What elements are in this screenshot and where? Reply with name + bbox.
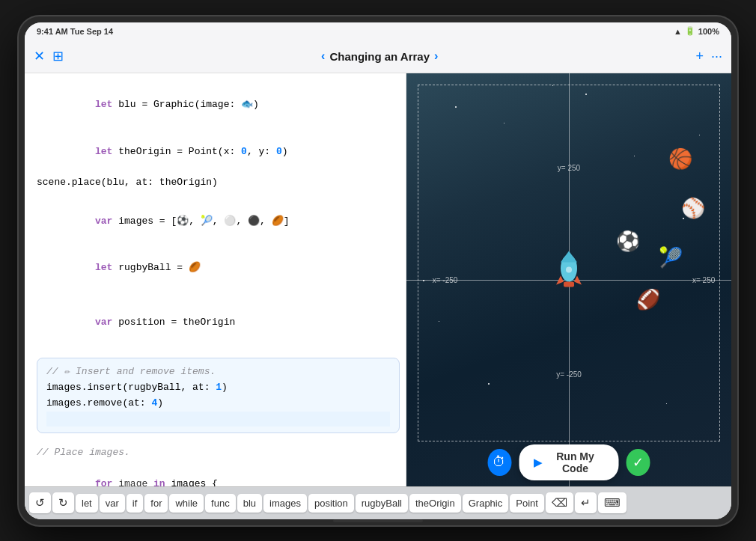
battery-icon: 🔋 <box>685 26 695 36</box>
code-for-header: for image in images { <box>37 461 400 486</box>
keyword-while[interactable]: while <box>169 494 204 513</box>
svg-rect-5 <box>564 282 574 287</box>
sidebar-button[interactable]: ⊞ <box>52 48 64 64</box>
status-bar: 9:41 AM Tue Sep 14 ▲ 🔋 100% <box>25 22 731 40</box>
x-negative-label: x= -250 <box>433 275 458 284</box>
keyword-graphic[interactable]: Graphic <box>463 494 509 513</box>
nav-bar: ✕ ⊞ ‹ Changing an Array › + ··· <box>25 40 731 73</box>
delete-button[interactable]: ⌫ <box>546 492 573 513</box>
ipad-frame: 9:41 AM Tue Sep 14 ▲ 🔋 100% ✕ ⊞ ‹ Changi… <box>19 16 737 525</box>
run-code-button[interactable]: ▶ Run My Code <box>519 444 619 480</box>
redo-button[interactable]: ↻ <box>52 492 74 513</box>
battery-level: 100% <box>698 27 719 36</box>
svg-marker-3 <box>574 276 582 285</box>
undo-button[interactable]: ↺ <box>29 492 51 513</box>
y-positive-label: y= 250 <box>558 164 580 172</box>
x-positive-label: x= 250 <box>692 275 715 284</box>
preview-panel: y= 250 y= -250 x= -250 x= 250 🏀 ⚾ 🎾 ⚽ 🏈 <box>406 73 731 486</box>
svg-marker-1 <box>561 251 577 263</box>
nav-right: + ··· <box>695 49 722 64</box>
keyword-blu[interactable]: blu <box>237 494 262 513</box>
nav-center: ‹ Changing an Array › <box>321 49 438 63</box>
svg-point-4 <box>566 267 572 273</box>
keyword-if[interactable]: if <box>126 494 144 513</box>
code-panel[interactable]: let blu = Graphic(image: 🐟) let theOrigi… <box>25 73 406 486</box>
basketball-emoji: 🏀 <box>668 147 692 171</box>
ipad-screen: 9:41 AM Tue Sep 14 ▲ 🔋 100% ✕ ⊞ ‹ Changi… <box>25 22 731 519</box>
tennis-emoji: 🎾 <box>659 246 683 269</box>
baseball-emoji: ⚾ <box>681 197 705 220</box>
keyboard-hide-button[interactable]: ⌨ <box>598 492 627 513</box>
play-icon: ▶ <box>534 456 542 468</box>
main-content: let blu = Graphic(image: 🐟) let theOrigi… <box>25 73 731 486</box>
code-insert: images.insert(rugbyBall, at: 1) <box>46 380 390 396</box>
code-line-6: var position = theOrigin <box>37 299 400 346</box>
y-negative-label: y= -250 <box>556 370 582 379</box>
keyword-for[interactable]: for <box>144 494 168 513</box>
code-line-4: var images = [⚽, 🎾, ⚪, ⚫, 🏉] <box>37 198 400 245</box>
code-remove: images.remove(at: 4) <box>46 396 390 412</box>
rugby-emoji: 🏈 <box>636 288 660 311</box>
nav-left: ✕ ⊞ <box>34 48 64 64</box>
rocket <box>555 249 583 293</box>
comment-place: // Place images. <box>37 445 400 461</box>
keyword-func[interactable]: func <box>205 494 236 513</box>
code-line-1: let blu = Graphic(image: 🐟) <box>37 82 400 129</box>
keyword-images[interactable]: images <box>263 494 307 513</box>
add-button[interactable]: + <box>695 49 704 64</box>
code-line-3: scene.place(blu, at: theOrigin) <box>37 175 400 191</box>
status-right: ▲ 🔋 100% <box>674 26 719 36</box>
nav-title: Changing an Array <box>329 50 430 63</box>
wifi-icon: ▲ <box>674 27 682 36</box>
return-button[interactable]: ↵ <box>575 492 597 513</box>
keyword-rugbyball[interactable]: rugbyBall <box>356 494 408 513</box>
keyword-theorigin[interactable]: theOrigin <box>409 494 461 513</box>
timer-button[interactable]: ⏱ <box>488 449 512 476</box>
rocket-svg <box>555 249 583 290</box>
keyword-point[interactable]: Point <box>510 494 544 513</box>
nav-back-icon[interactable]: ‹ <box>321 49 325 63</box>
keyword-position[interactable]: position <box>308 494 354 513</box>
code-line-5: let rugbyBall = 🏉 <box>37 245 400 291</box>
run-button-label: Run My Code <box>546 450 604 474</box>
code-highlight-block: // ✏️ Insert and remove items. images.in… <box>37 358 400 433</box>
svg-marker-2 <box>556 276 564 285</box>
soccer-emoji: ⚽ <box>616 230 640 253</box>
close-button[interactable]: ✕ <box>34 48 45 64</box>
code-line-2: let theOrigin = Point(x: 0, y: 0) <box>37 129 400 175</box>
status-time: 9:41 AM Tue Sep 14 <box>37 27 113 36</box>
menu-button[interactable]: ··· <box>711 49 722 64</box>
keyword-let[interactable]: let <box>76 494 98 513</box>
preview-canvas: y= 250 y= -250 x= -250 x= 250 🏀 ⚾ 🎾 ⚽ 🏈 <box>406 73 731 486</box>
keyword-var[interactable]: var <box>100 494 125 513</box>
code-cursor <box>46 412 390 427</box>
run-bar: ⏱ ▶ Run My Code ✓ <box>488 444 650 480</box>
check-button[interactable]: ✓ <box>627 449 650 476</box>
keyboard-bar: ↺ ↻ let var if for while func blu images… <box>25 486 731 519</box>
nav-forward-icon[interactable]: › <box>434 49 438 63</box>
comment-insert: // ✏️ Insert and remove items. <box>46 364 390 380</box>
